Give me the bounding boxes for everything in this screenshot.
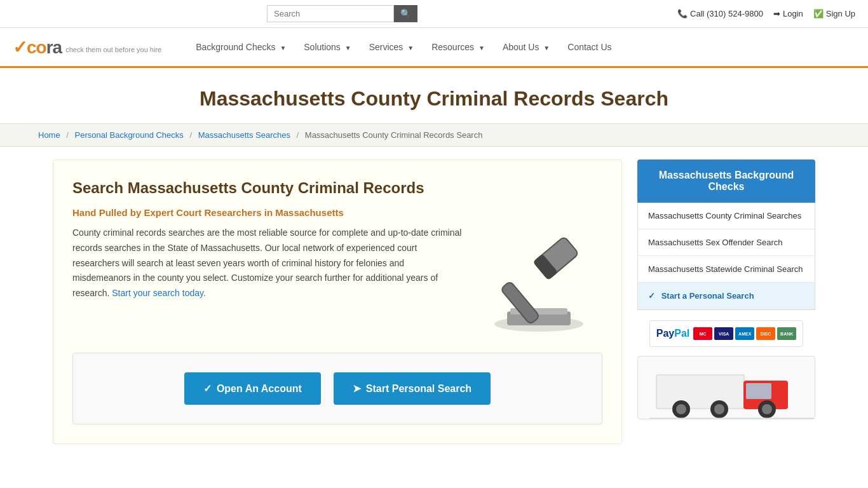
- login-icon: ➡: [773, 9, 780, 18]
- search-input[interactable]: [267, 5, 394, 22]
- signup-icon: ✅: [813, 9, 824, 18]
- svg-point-13: [676, 404, 686, 414]
- sidebar-item-statewide[interactable]: Massachusetts Statewide Criminal Search: [638, 256, 815, 283]
- page-title-section: Massachusetts County Criminal Records Se…: [0, 68, 868, 123]
- top-links: 📞 Call (310) 524-9800 ➡ Login ✅ Sign Up: [677, 9, 855, 18]
- page-title: Massachusetts County Criminal Records Se…: [13, 87, 855, 111]
- sidebar-header: Massachusetts Background Checks: [637, 159, 815, 203]
- breadcrumb-sep-1: /: [66, 130, 69, 140]
- card-icons: MC VISA AMEX DISC BANK: [693, 327, 796, 340]
- sidebar: Massachusetts Background Checks Massachu…: [637, 159, 815, 444]
- truck-area: [637, 356, 815, 419]
- phone-link[interactable]: 📞 Call (310) 524-9800: [677, 9, 763, 18]
- logo-area: ✓cora check them out before you hire: [13, 29, 161, 65]
- sidebar-item-sex-offender[interactable]: Massachusetts Sex Offender Search: [638, 229, 815, 256]
- logo-tagline: check them out before you hire: [65, 46, 161, 53]
- nav-menu: Background Checks ▼ Solutions ▼ Services…: [187, 28, 620, 66]
- signup-link[interactable]: ✅ Sign Up: [813, 9, 855, 18]
- search-wrap: 🔍: [267, 5, 417, 22]
- cta-area: ✓ Open An Account ➤ Start Personal Searc…: [72, 353, 602, 424]
- start-search-icon: ➤: [353, 383, 361, 395]
- content-body: County criminal records searches are the…: [72, 226, 602, 340]
- content-left: Search Massachusetts County Criminal Rec…: [53, 159, 622, 444]
- breadcrumb-ma-searches[interactable]: Massachusetts Searches: [198, 130, 290, 140]
- content-subheading: Hand Pulled by Expert Court Researchers …: [72, 207, 602, 218]
- mastercard-icon: MC: [693, 327, 712, 340]
- paypal-box: PayPal MC VISA AMEX DISC BANK: [649, 320, 803, 347]
- nav-background-checks[interactable]: Background Checks ▼: [187, 28, 295, 66]
- sidebar-item-county-criminal[interactable]: Massachusetts County Criminal Searches: [638, 203, 815, 229]
- chevron-down-icon: ▼: [280, 44, 286, 51]
- nav-contact-us[interactable]: Contact Us: [559, 28, 620, 66]
- top-bar: 🔍 📞 Call (310) 524-9800 ➡ Login ✅ Sign U…: [0, 0, 868, 28]
- sidebar-menu: Massachusetts County Criminal Searches M…: [637, 203, 815, 310]
- check-icon: ✓: [648, 291, 655, 301]
- svg-point-15: [714, 404, 724, 414]
- breadcrumb-sep-3: /: [297, 130, 299, 140]
- content-text: County criminal records searches are the…: [72, 226, 463, 301]
- svg-rect-11: [746, 383, 771, 399]
- paypal-area: PayPal MC VISA AMEX DISC BANK: [637, 320, 815, 347]
- breadcrumb-home[interactable]: Home: [38, 130, 60, 140]
- visa-icon: VISA: [714, 327, 733, 340]
- sidebar-item-personal-search[interactable]: ✓ Start a Personal Search: [638, 283, 815, 309]
- nav-resources[interactable]: Resources ▼: [423, 28, 494, 66]
- start-search-link[interactable]: Start your search today.: [112, 288, 206, 298]
- nav-about-us[interactable]: About Us ▼: [494, 28, 559, 66]
- start-personal-search-button[interactable]: ➤ Start Personal Search: [334, 372, 491, 405]
- chevron-down-icon: ▼: [407, 44, 414, 51]
- logo-rest: ra: [46, 37, 62, 57]
- logo: ✓cora: [13, 37, 62, 58]
- logo-check: ✓co: [13, 37, 46, 57]
- paypal-logo: PayPal: [656, 328, 689, 339]
- nav-solutions[interactable]: Solutions ▼: [295, 28, 360, 66]
- amex-icon: AMEX: [735, 327, 754, 340]
- breadcrumb-current: Massachusetts County Criminal Records Se…: [305, 130, 483, 140]
- chevron-down-icon: ▼: [345, 44, 351, 51]
- content-heading: Search Massachusetts County Criminal Rec…: [72, 179, 602, 197]
- main-container: Search Massachusetts County Criminal Rec…: [27, 159, 841, 444]
- login-link[interactable]: ➡ Login: [773, 9, 803, 18]
- phone-icon: 📞: [677, 9, 688, 18]
- chevron-down-icon: ▼: [543, 44, 550, 51]
- open-account-button[interactable]: ✓ Open An Account: [184, 372, 321, 405]
- breadcrumb: Home / Personal Background Checks / Mass…: [0, 123, 868, 147]
- bank-icon: BANK: [777, 327, 796, 340]
- nav-services[interactable]: Services ▼: [360, 28, 423, 66]
- search-button[interactable]: 🔍: [394, 5, 417, 22]
- navbar: ✓cora check them out before you hire Bac…: [0, 28, 868, 68]
- svg-point-17: [762, 404, 772, 414]
- gavel-image: [475, 226, 602, 340]
- chevron-down-icon: ▼: [478, 44, 485, 51]
- open-account-icon: ✓: [203, 383, 212, 395]
- svg-rect-9: [657, 376, 743, 408]
- discover-icon: DISC: [756, 327, 775, 340]
- breadcrumb-sep-2: /: [189, 130, 192, 140]
- breadcrumb-personal[interactable]: Personal Background Checks: [75, 130, 184, 140]
